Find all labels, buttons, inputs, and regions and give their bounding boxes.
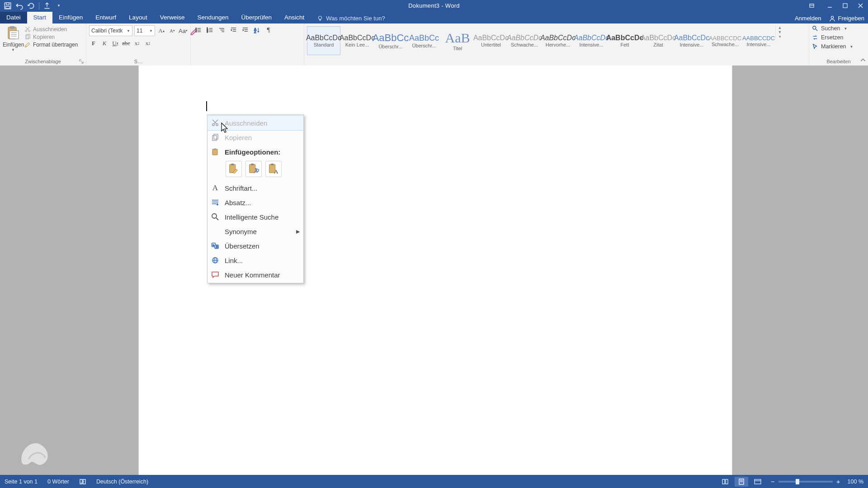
decrease-indent-icon[interactable]	[229, 25, 238, 34]
touch-mode-icon[interactable]	[43, 2, 51, 10]
cm-smart-lookup[interactable]: Intelligente Suche	[208, 210, 303, 224]
tab-view[interactable]: Ansicht	[278, 12, 311, 23]
cm-paragraph[interactable]: Absatz...	[208, 195, 303, 210]
collapse-ribbon-icon[interactable]	[860, 57, 866, 64]
style-item[interactable]: AABBCCDCIntensive...	[742, 26, 775, 55]
styles-gallery-more[interactable]: ▲▼▾	[775, 25, 784, 39]
style-item[interactable]: AaBbCcDcFett	[608, 26, 642, 55]
style-preview: AaBbCcDc	[473, 34, 509, 42]
style-name: Fett	[621, 42, 629, 47]
italic-icon[interactable]: K	[100, 39, 109, 48]
svg-rect-56	[271, 164, 274, 165]
svg-rect-47	[212, 136, 217, 141]
tab-file[interactable]: Datei	[0, 12, 27, 23]
svg-rect-52	[231, 164, 234, 165]
style-item[interactable]: AaBbCcDcIntensive...	[675, 26, 708, 55]
tell-me-placeholder: Was möchten Sie tun?	[326, 15, 385, 22]
style-item[interactable]: AaBbCcDcIntensive...	[575, 26, 608, 55]
view-web-layout-icon[interactable]	[751, 477, 764, 487]
ribbon-options-icon[interactable]	[804, 0, 819, 11]
undo-icon[interactable]	[15, 2, 24, 10]
svg-rect-2	[6, 6, 10, 9]
view-print-layout-icon[interactable]	[735, 477, 748, 487]
svg-text:Z: Z	[254, 30, 256, 33]
bullets-icon[interactable]	[193, 25, 203, 34]
strikethrough-icon[interactable]: abc	[122, 39, 131, 48]
bold-icon[interactable]: F	[89, 39, 98, 48]
style-item[interactable]: AaBbCcDcUntertitel	[474, 26, 508, 55]
clipboard-icon	[210, 147, 220, 157]
style-item[interactable]: AaBTitel	[441, 26, 474, 55]
status-spellcheck[interactable]	[79, 479, 86, 485]
ribbon: Einfügen ▼ Ausschneiden Kopieren Format …	[0, 23, 868, 66]
style-item[interactable]: AaBbCcDcHervorhe...	[541, 26, 575, 55]
style-item[interactable]: AaBbCcDcZitat	[642, 26, 675, 55]
tab-layout[interactable]: Layout	[123, 12, 154, 23]
dialog-launcher-icon[interactable]	[79, 59, 84, 64]
save-icon[interactable]	[4, 2, 12, 10]
status-word-count[interactable]: 0 Wörter	[47, 479, 69, 485]
pilcrow-icon[interactable]: ¶	[264, 25, 273, 34]
change-case-icon[interactable]: Aa▾	[179, 26, 188, 35]
view-read-mode-icon[interactable]	[718, 477, 732, 487]
letter-a-icon: A	[210, 183, 220, 193]
cm-link[interactable]: Link...	[208, 253, 303, 267]
status-language[interactable]: Deutsch (Österreich)	[96, 479, 148, 485]
font-size-combo[interactable]: 11▼	[134, 25, 155, 36]
tab-insert[interactable]: Einfügen	[52, 12, 89, 23]
style-item[interactable]: AABBCCDCSchwache...	[708, 26, 742, 55]
share-button[interactable]: Freigeben	[829, 15, 864, 22]
increase-indent-icon[interactable]	[241, 25, 250, 34]
svg-rect-53	[250, 164, 255, 173]
zoom-value[interactable]: 100 %	[848, 479, 863, 485]
multilevel-list-icon[interactable]	[217, 25, 226, 34]
format-painter-button[interactable]: Format übertragen	[24, 42, 78, 48]
underline-icon[interactable]: U▾	[111, 39, 120, 48]
paste-button[interactable]: Einfügen ▼	[3, 25, 24, 52]
status-page[interactable]: Seite 1 von 1	[5, 479, 38, 485]
paste-text-only-button[interactable]: A	[265, 161, 282, 177]
group-font: Calibri (Textk▼ 11▼ A▴ A▾ Aa▾ F K U▾ abc…	[86, 23, 191, 66]
group-label-clipboard: Zwischenablage	[0, 59, 86, 66]
grow-font-icon[interactable]: A▴	[157, 26, 166, 35]
qat-customize-icon[interactable]: ▼	[55, 2, 63, 10]
zoom-slider[interactable]	[778, 481, 833, 483]
find-button[interactable]: Suchen▼	[812, 25, 847, 32]
style-preview: AaBbCcDc	[674, 34, 709, 42]
paste-keep-source-button[interactable]	[226, 161, 242, 177]
maximize-icon[interactable]	[837, 0, 853, 11]
tab-design[interactable]: Entwurf	[89, 12, 123, 23]
tab-mailings[interactable]: Sendungen	[191, 12, 235, 23]
tell-me-search[interactable]: Was möchten Sie tun?	[311, 15, 391, 23]
style-item[interactable]: AaBbCcDcSchwache...	[508, 26, 541, 55]
style-item[interactable]: AaBbCcDcStandard	[307, 26, 340, 55]
sort-icon[interactable]: AZ	[252, 25, 261, 34]
tab-review[interactable]: Überprüfen	[235, 12, 278, 23]
tab-home[interactable]: Start	[27, 12, 53, 23]
shrink-font-icon[interactable]: A▾	[168, 26, 177, 35]
replace-button[interactable]: Ersetzen	[812, 34, 843, 41]
zoom-out-button[interactable]: −	[771, 478, 775, 485]
signin-link[interactable]: Anmelden	[795, 15, 821, 22]
close-icon[interactable]	[853, 0, 868, 11]
cm-translate[interactable]: a文 Übersetzen	[208, 239, 303, 253]
paste-merge-button[interactable]	[245, 161, 262, 177]
svg-text:3: 3	[207, 30, 208, 33]
minimize-icon[interactable]	[822, 0, 837, 11]
select-button[interactable]: Markieren▼	[812, 43, 854, 50]
style-item[interactable]: AaBbCcDcKein Lee...	[340, 26, 374, 55]
cm-synonyms[interactable]: Synonyme ▶	[208, 224, 303, 239]
repeat-icon[interactable]	[27, 2, 35, 10]
cm-font[interactable]: A Schriftart...	[208, 181, 303, 195]
tab-references[interactable]: Verweise	[154, 12, 191, 23]
svg-rect-1	[6, 3, 9, 5]
style-name: Untertitel	[481, 42, 501, 47]
superscript-icon[interactable]: x2	[143, 39, 152, 48]
style-item[interactable]: AaBbCcÜberschr...	[374, 26, 407, 55]
zoom-in-button[interactable]: +	[836, 478, 840, 485]
style-item[interactable]: AaBbCcÜberschr...	[407, 26, 441, 55]
numbering-icon[interactable]: 123	[205, 25, 214, 34]
font-name-combo[interactable]: Calibri (Textk▼	[89, 25, 132, 36]
subscript-icon[interactable]: x2	[132, 39, 142, 48]
cm-new-comment[interactable]: Neuer Kommentar	[208, 267, 303, 282]
